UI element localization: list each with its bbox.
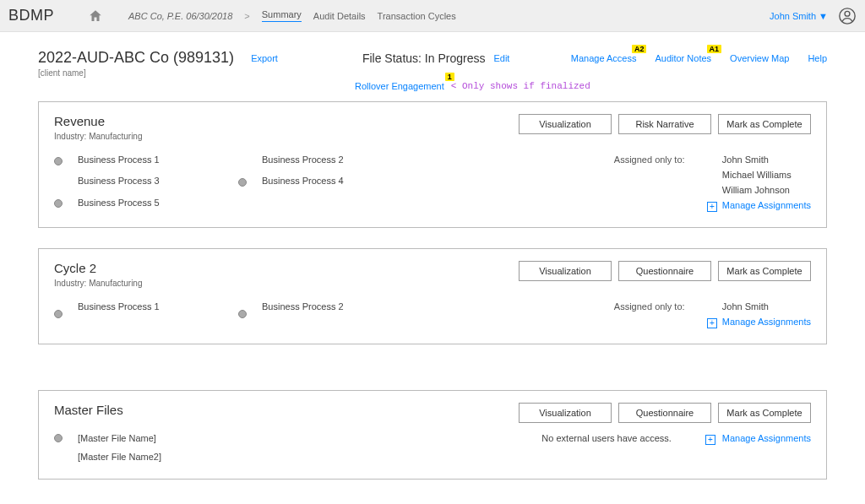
plus-icon[interactable]: + — [707, 202, 717, 212]
status-dot-icon — [54, 199, 63, 208]
assignment-block: Assigned only to: John Smith + Manage As… — [614, 301, 811, 327]
breadcrumb: ABC Co, P.E. 06/30/2018 > Summary Audit … — [128, 9, 456, 22]
cycle-industry: Industry: Manufacturing — [54, 132, 143, 141]
client-name-label: [client name] — [38, 68, 827, 78]
assignee-name: Michael Williams — [722, 170, 811, 180]
status-dot-icon — [54, 157, 63, 165]
business-process-link[interactable]: Business Process 4 — [262, 176, 414, 188]
engagement-title: 2022-AUD-ABC Co (989131) — [38, 49, 234, 67]
cycle-card-revenue: Revenue Industry: Manufacturing Visualiz… — [38, 101, 827, 228]
crumb-transaction-cycles[interactable]: Transaction Cycles — [378, 11, 456, 21]
business-process-grid: Business Process 1 Business Process 2 — [54, 301, 414, 327]
assignee-name: John Smith — [722, 301, 811, 312]
assigned-label: Assigned only to: — [614, 301, 707, 312]
topbar: BDMP ABC Co, P.E. 06/30/2018 > Summary A… — [0, 0, 865, 32]
rollover-label: Rollover Engagement — [355, 81, 444, 91]
status-dot-icon — [54, 434, 63, 442]
master-files-card: Master Files Visualization Questionnaire… — [38, 390, 827, 480]
visualization-button[interactable]: Visualization — [519, 403, 612, 423]
business-process-link[interactable]: Business Process 2 — [262, 154, 414, 167]
svg-point-1 — [845, 11, 850, 16]
assignee-name: William Johnson — [722, 185, 811, 195]
manage-access-badge: A2 — [632, 45, 647, 53]
no-access-text: No external users have access. — [541, 433, 671, 443]
cycle-card-cycle2: Cycle 2 Industry: Manufacturing Visualiz… — [38, 248, 827, 344]
engagement-header: 2022-AUD-ABC Co (989131) Export File Sta… — [38, 49, 827, 67]
edit-status-link[interactable]: Edit — [493, 53, 509, 63]
help-link[interactable]: Help — [808, 53, 827, 63]
auditor-notes-label: Auditor Notes — [655, 53, 711, 63]
master-files-title: Master Files — [54, 403, 123, 417]
questionnaire-button[interactable]: Questionnaire — [618, 261, 711, 281]
business-process-link[interactable]: Business Process 5 — [78, 198, 230, 210]
status-dot-icon — [238, 178, 247, 187]
mark-complete-button[interactable]: Mark as Complete — [718, 403, 811, 423]
plus-icon[interactable]: + — [707, 318, 717, 328]
plus-icon[interactable]: + — [705, 435, 715, 445]
assignee-name: John Smith — [722, 154, 811, 165]
rollover-note: < Only shows if finalized — [451, 81, 590, 91]
avatar-icon[interactable] — [838, 7, 857, 25]
business-process-grid: Business Process 1 Business Process 2 Bu… — [54, 154, 414, 210]
manage-access-link[interactable]: Manage Access A2 — [571, 53, 637, 63]
rollover-link[interactable]: Rollover Engagement 1 — [355, 81, 444, 91]
status-dot-icon — [54, 310, 63, 318]
mark-complete-button[interactable]: Mark as Complete — [718, 261, 811, 281]
crumb-context[interactable]: ABC Co, P.E. 06/30/2018 — [128, 11, 232, 21]
manage-assignments-link[interactable]: Manage Assignments — [722, 433, 811, 443]
master-file-link[interactable]: [Master File Name] — [78, 433, 161, 443]
export-link[interactable]: Export — [251, 53, 278, 63]
file-status: File Status: In Progress — [362, 51, 486, 65]
questionnaire-button[interactable]: Questionnaire — [618, 403, 711, 423]
business-process-link[interactable]: Business Process 3 — [78, 176, 230, 188]
manage-access-label: Manage Access — [571, 53, 637, 63]
business-process-link[interactable]: Business Process 2 — [262, 301, 414, 327]
auditor-notes-badge: A1 — [707, 45, 722, 53]
assigned-label: Assigned only to: — [614, 154, 707, 165]
assignment-block: Assigned only to: John Smith Michael Wil… — [614, 154, 811, 210]
auditor-notes-link[interactable]: Auditor Notes A1 — [655, 53, 711, 63]
visualization-button[interactable]: Visualization — [519, 114, 612, 134]
chevron-right-icon: > — [244, 11, 249, 21]
user-menu[interactable]: John Smith ▼ — [770, 11, 828, 21]
business-process-link[interactable]: Business Process 1 — [78, 154, 230, 167]
cycle-industry: Industry: Manufacturing — [54, 279, 143, 288]
home-icon[interactable] — [88, 8, 103, 24]
rollover-badge: 1 — [445, 73, 454, 81]
cycle-title: Revenue — [54, 114, 143, 128]
business-process-link[interactable]: Business Process 1 — [78, 301, 230, 327]
master-file-link[interactable]: [Master File Name2] — [78, 452, 161, 462]
status-dot-icon — [238, 310, 247, 318]
crumb-summary[interactable]: Summary — [262, 9, 302, 22]
risk-narrative-button[interactable]: Risk Narrative — [618, 114, 711, 134]
brand-logo: BDMP — [8, 7, 54, 24]
manage-assignments-link[interactable]: Manage Assignments — [722, 200, 811, 210]
mark-complete-button[interactable]: Mark as Complete — [718, 114, 811, 134]
manage-assignments-link[interactable]: Manage Assignments — [722, 317, 811, 327]
cycle-title: Cycle 2 — [54, 261, 143, 275]
crumb-audit-details[interactable]: Audit Details — [313, 11, 366, 21]
master-files-grid: [Master File Name] [Master File Name2] — [54, 433, 161, 462]
visualization-button[interactable]: Visualization — [519, 261, 612, 281]
overview-map-link[interactable]: Overview Map — [730, 53, 789, 63]
